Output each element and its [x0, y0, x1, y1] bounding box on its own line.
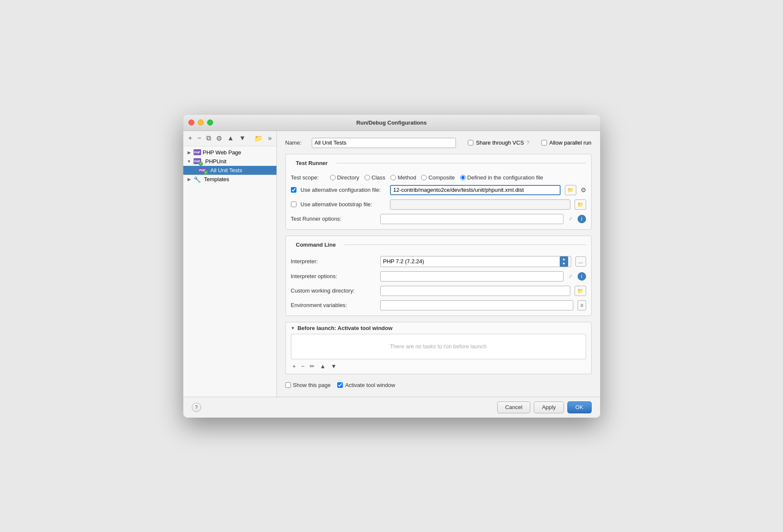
tree-item-templates[interactable]: ▶ 🔧 Templates: [183, 175, 276, 184]
scope-class-radio[interactable]: [364, 175, 370, 180]
alt-config-input[interactable]: [390, 185, 561, 195]
launch-up-button[interactable]: ▲: [318, 362, 327, 370]
launch-remove-button[interactable]: −: [299, 362, 306, 370]
allow-parallel-checkbox[interactable]: [541, 140, 547, 145]
move-up-button[interactable]: ▲: [225, 134, 236, 143]
scope-config-radio[interactable]: [460, 175, 466, 180]
command-line-title: Command Line: [291, 239, 341, 250]
scope-method: Method: [390, 174, 416, 181]
more-button[interactable]: »: [266, 134, 273, 143]
interpreter-options-row: Interpreter options: ⤢ i: [291, 271, 586, 282]
footer-left: ?: [192, 403, 201, 412]
runner-options-input[interactable]: [380, 214, 564, 224]
working-dir-label: Custom working directory:: [291, 287, 376, 294]
launch-add-button[interactable]: +: [291, 362, 298, 370]
before-launch-header[interactable]: ▼ Before launch: Activate tool window: [286, 322, 591, 334]
left-toolbar: + − ⧉ ⚙ ▲ ▼ 📁 »: [183, 131, 276, 146]
scope-class-label: Class: [372, 174, 386, 181]
interpreter-row: Interpreter: PHP 7.2 (7.2.24) ▲ ▼ ...: [291, 256, 586, 267]
runner-options-info-button[interactable]: i: [578, 215, 586, 223]
scope-directory-radio[interactable]: [330, 175, 336, 180]
scope-class: Class: [364, 174, 386, 181]
scope-composite: Composite: [421, 174, 455, 181]
interpreter-options-label: Interpreter options:: [291, 273, 376, 279]
command-line-body: Interpreter: PHP 7.2 (7.2.24) ▲ ▼ ... In: [286, 253, 591, 316]
activate-window-option[interactable]: Activate tool window: [337, 382, 395, 388]
window-controls: [188, 119, 213, 125]
copy-config-button[interactable]: ⧉: [205, 134, 213, 143]
cancel-button[interactable]: Cancel: [497, 401, 530, 413]
php-web-page-arrow: ▶: [187, 150, 192, 155]
tree-item-phpunit[interactable]: ▼ PHP PHPUnit: [183, 157, 276, 166]
working-dir-browse-button[interactable]: 📁: [575, 286, 586, 296]
apply-button[interactable]: Apply: [534, 401, 564, 413]
templates-arrow: ▶: [187, 177, 192, 182]
allow-parallel-label: Allow parallel run: [550, 139, 592, 146]
config-tree: ▶ PHP PHP Web Page ▼ PHP PHPUnit: [183, 146, 276, 397]
dialog-title: Run/Debug Configurations: [356, 119, 427, 126]
launch-down-button[interactable]: ▼: [329, 362, 339, 370]
alt-config-gear-button[interactable]: ⚙: [581, 186, 586, 194]
interpreter-options-input[interactable]: [380, 271, 564, 282]
folder-button[interactable]: 📁: [253, 134, 265, 143]
share-vcs-checkbox[interactable]: [468, 140, 473, 145]
launch-edit-button[interactable]: ✏: [308, 362, 316, 370]
help-button[interactable]: ?: [192, 403, 201, 412]
scope-composite-radio[interactable]: [421, 175, 427, 180]
close-button[interactable]: [188, 119, 194, 125]
scope-directory: Directory: [330, 174, 359, 181]
section-divider: [336, 163, 586, 163]
tree-item-php-web-page[interactable]: ▶ PHP PHP Web Page: [183, 148, 276, 157]
alt-config-checkbox[interactable]: [291, 187, 296, 193]
name-input[interactable]: [312, 138, 456, 148]
interpreter-label: Interpreter:: [291, 258, 376, 265]
alt-config-browse-button[interactable]: 📁: [565, 185, 576, 195]
before-launch-body: There are no tasks to run before launch …: [286, 334, 591, 374]
alt-bootstrap-checkbox[interactable]: [291, 202, 296, 207]
alt-bootstrap-input[interactable]: [390, 199, 570, 210]
alt-bootstrap-browse-button[interactable]: 📁: [575, 199, 586, 210]
add-config-button[interactable]: +: [187, 134, 194, 143]
phpunit-icon: PHP: [194, 158, 201, 164]
interpreter-options-info-button[interactable]: i: [578, 272, 586, 281]
activate-window-checkbox[interactable]: [337, 382, 343, 388]
interpreter-options-expand-button[interactable]: ⤢: [568, 273, 573, 280]
scope-composite-label: Composite: [428, 174, 455, 181]
scope-config-label: Defined in the configuration file: [467, 174, 544, 181]
titlebar: Run/Debug Configurations: [183, 115, 600, 131]
working-dir-row: Custom working directory: 📁: [291, 286, 586, 296]
remove-config-button[interactable]: −: [196, 134, 203, 143]
alt-config-row: Use alternative configuration file: 📁 ⚙: [291, 185, 586, 195]
interpreter-arrows[interactable]: ▲ ▼: [560, 256, 568, 267]
scope-label: Test scope:: [291, 174, 325, 181]
env-vars-row: Environment variables: ≡: [291, 300, 586, 310]
right-panel: Name: Share through VCS ? Allow parallel…: [277, 131, 600, 397]
env-vars-edit-button[interactable]: ≡: [578, 300, 586, 310]
settings-button[interactable]: ⚙: [214, 134, 224, 143]
runner-options-row: Test Runner options: ⤢ i: [291, 214, 586, 224]
main-content: + − ⧉ ⚙ ▲ ▼ 📁 » ▶ PHP PHP Web Page: [183, 131, 600, 397]
env-vars-input[interactable]: [380, 300, 574, 310]
show-page-option[interactable]: Show this page: [285, 382, 331, 388]
show-page-checkbox[interactable]: [285, 382, 291, 388]
share-help-icon[interactable]: ?: [527, 140, 530, 146]
interpreter-value: PHP 7.2 (7.2.24): [383, 258, 559, 265]
runner-options-expand-button[interactable]: ⤢: [568, 215, 573, 222]
templates-label: Templates: [204, 176, 273, 182]
test-runner-title: Test Runner: [291, 157, 333, 168]
maximize-button[interactable]: [207, 119, 213, 125]
scope-method-radio[interactable]: [390, 175, 396, 180]
all-unit-tests-icon: PHP: [199, 167, 206, 173]
left-panel: + − ⧉ ⚙ ▲ ▼ 📁 » ▶ PHP PHP Web Page: [183, 131, 277, 397]
interpreter-more-button[interactable]: ...: [575, 256, 586, 267]
tree-item-all-unit-tests[interactable]: PHP All Unit Tests: [183, 166, 276, 175]
working-dir-input[interactable]: [380, 286, 570, 296]
test-scope-row: Test scope: Directory Class Method: [291, 174, 586, 181]
test-runner-section: Test Runner Test scope: Directory Class: [285, 154, 592, 230]
ok-button[interactable]: OK: [567, 401, 592, 413]
move-down-button[interactable]: ▼: [237, 134, 248, 143]
command-line-section: Command Line Interpreter: PHP 7.2 (7.2.2…: [285, 236, 592, 316]
bottom-options: Show this page Activate tool window: [285, 380, 592, 390]
before-launch-title: Before launch: Activate tool window: [297, 325, 392, 331]
minimize-button[interactable]: [198, 119, 204, 125]
